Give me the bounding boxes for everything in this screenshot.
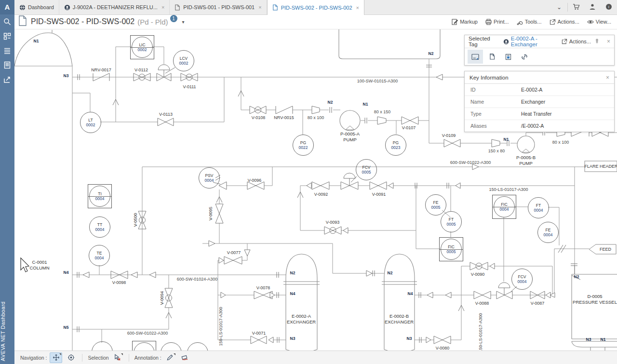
title-actions: Markup Print... Tools... Actions... View… bbox=[452, 19, 617, 25]
nozzle-label: N2 bbox=[328, 100, 333, 105]
instrument-bubble[interactable]: FT0005 bbox=[441, 211, 462, 232]
close-icon[interactable]: × bbox=[356, 5, 359, 11]
chevron-down-icon[interactable]: ▾ bbox=[182, 19, 185, 25]
instrument-bubble[interactable]: PSV0004 bbox=[199, 167, 220, 189]
divider bbox=[82, 354, 82, 362]
instrument-bubble[interactable]: TE0004 bbox=[89, 245, 110, 266]
pin-icon[interactable] bbox=[595, 39, 599, 45]
valve-label: V-0113 bbox=[159, 112, 173, 117]
valve-label: V-0093 bbox=[326, 220, 340, 225]
document-icon[interactable] bbox=[0, 58, 14, 72]
valve-label: NRV-0017 bbox=[91, 67, 111, 72]
selected-tag-link[interactable]: E-0002-A - Exchanger bbox=[503, 36, 562, 47]
info-icon[interactable]: i bbox=[601, 3, 617, 12]
nozzle-label: N1 bbox=[601, 337, 606, 342]
pipe-line-label: 80 x 150 bbox=[374, 109, 391, 114]
print-button[interactable]: Print... bbox=[485, 19, 509, 25]
tab-overflow-chevron-icon[interactable]: ⌄ bbox=[551, 4, 567, 11]
selected-tag-title: Selected Tag bbox=[469, 36, 498, 47]
annotation-label: Annotation : bbox=[134, 355, 161, 361]
dropdown-corner bbox=[59, 353, 61, 355]
nozzle-label: N3 bbox=[64, 73, 69, 78]
instrument-bubble[interactable]: LT0002 bbox=[80, 112, 101, 133]
instrument-bubble[interactable]: FE0004 bbox=[537, 222, 559, 243]
cart-icon[interactable] bbox=[568, 3, 584, 12]
pipe-line-label: 80 x 100 bbox=[552, 140, 569, 145]
valve-label: V-0077 bbox=[227, 250, 241, 255]
instrument-bubble[interactable]: LCV0002 bbox=[173, 50, 194, 71]
report-icon[interactable] bbox=[500, 50, 516, 64]
tab-j9002a[interactable]: J-9002A - DEETHANIZER REFLU... × bbox=[59, 0, 170, 14]
instrument-bubble[interactable]: FT0004 bbox=[528, 197, 549, 218]
instrument-bubble[interactable]: PG0022 bbox=[293, 135, 314, 156]
instrument-bubble[interactable]: FCV0005 bbox=[356, 159, 377, 180]
actions-button[interactable]: Actions... bbox=[550, 19, 579, 25]
pipe-line-label: 80 x 100 bbox=[308, 115, 324, 120]
valve-label: V-0108 bbox=[252, 115, 266, 120]
close-icon[interactable]: × bbox=[161, 4, 164, 10]
equipment-label[interactable]: D-0005PRESSURE VESSEL bbox=[573, 294, 617, 306]
valve-label: V-0088 bbox=[475, 301, 489, 306]
close-icon[interactable]: × bbox=[607, 38, 610, 45]
tab-pid-sws-002[interactable]: PID-SWS-002 - PID-SWS-002 × bbox=[267, 0, 364, 15]
sidebar: A AVEVA NET Dashboard bbox=[0, 0, 14, 364]
instrument-bubble[interactable]: FE0005 bbox=[425, 194, 446, 216]
equipment-label[interactable]: P-0005-BPUMP bbox=[516, 155, 536, 167]
user-icon[interactable] bbox=[584, 3, 601, 12]
details-card-icon[interactable] bbox=[468, 50, 483, 64]
tab-label: J-9002A - DEETHANIZER REFLU... bbox=[73, 4, 158, 10]
instrument-bubble[interactable]: FIC0005 bbox=[441, 239, 462, 260]
close-icon[interactable]: × bbox=[258, 4, 261, 10]
page-icon bbox=[18, 15, 27, 28]
close-icon[interactable]: × bbox=[606, 74, 609, 81]
link-icon[interactable] bbox=[517, 50, 532, 64]
instrument-bubble[interactable]: LIC0002 bbox=[132, 37, 153, 58]
pan-tool-button[interactable] bbox=[50, 352, 62, 363]
page-icon bbox=[272, 4, 279, 11]
dropdown-corner bbox=[121, 353, 123, 355]
equipment-label[interactable]: C-0001COLUMN bbox=[29, 259, 49, 271]
instrument-bubble[interactable]: TI0004 bbox=[89, 186, 110, 207]
nozzle-label: N5 bbox=[64, 325, 69, 330]
nozzle-label: N4 bbox=[408, 291, 413, 296]
brand-text: AVEVA NET Dashboard bbox=[0, 284, 14, 361]
viewer-toolbar: Navigation : Selection Annotation : bbox=[14, 351, 617, 364]
aveva-net-app: A AVEVA NET Dashboard Dashboard J-9002A … bbox=[0, 0, 617, 364]
markup-count-badge[interactable]: 1 bbox=[170, 15, 177, 22]
annotate-pencil-button[interactable] bbox=[164, 353, 176, 363]
nozzle-label: N2 bbox=[388, 270, 393, 275]
instrument-bubble[interactable]: TT0004 bbox=[89, 216, 110, 238]
tab-label: PID-SWS-002 - PID-SWS-002 bbox=[281, 5, 352, 11]
markup-button[interactable]: Markup bbox=[452, 19, 478, 25]
nozzle-label: N2 bbox=[574, 274, 579, 279]
documents-icon[interactable] bbox=[484, 50, 499, 64]
view-button[interactable]: View... bbox=[587, 19, 611, 25]
panel-actions-button[interactable]: Actions... bbox=[562, 39, 591, 44]
dropdown-corner bbox=[174, 353, 175, 355]
equipment-label[interactable]: E-0002-AEXCHANGER bbox=[287, 313, 316, 325]
tab-bar: Dashboard J-9002A - DEETHANIZER REFLU...… bbox=[14, 0, 617, 15]
annotate-erase-button[interactable] bbox=[179, 353, 190, 363]
valve-label: V-0112 bbox=[134, 67, 148, 72]
instrument-bubble[interactable]: PG0023 bbox=[385, 135, 406, 156]
svg-text:i: i bbox=[608, 5, 609, 9]
tab-pid-sws-001[interactable]: PID-SWS-001 - PID-SWS-001 × bbox=[170, 0, 267, 14]
equipment-label[interactable]: P-0005-APUMP bbox=[340, 131, 360, 143]
search-icon[interactable] bbox=[0, 14, 14, 29]
instrument-bubble[interactable]: FIC0004 bbox=[494, 196, 515, 217]
flow-flag-label: FEED bbox=[600, 247, 611, 252]
deselect-button[interactable] bbox=[112, 353, 123, 363]
tab-dashboard[interactable]: Dashboard bbox=[14, 0, 59, 14]
tools-button[interactable]: Tools... bbox=[517, 19, 542, 25]
valve-label: V-0500 bbox=[133, 213, 138, 227]
apps-icon[interactable] bbox=[0, 29, 14, 43]
instrument-bubble[interactable]: FCV0004 bbox=[511, 269, 533, 290]
pipe-line-label: 100-SW-01015-A300 bbox=[357, 79, 398, 83]
export-icon[interactable] bbox=[0, 72, 14, 87]
key-info-row: Aliases /E-0002-A bbox=[465, 120, 614, 132]
zoom-home-button[interactable] bbox=[65, 353, 77, 363]
list-icon[interactable] bbox=[0, 43, 14, 58]
valve-label: V-0094 bbox=[160, 291, 164, 305]
page-title: PID-SWS-002 - PID-SWS-002 bbox=[31, 17, 134, 26]
equipment-label[interactable]: E-0002-BEXCHANGER bbox=[385, 313, 414, 325]
